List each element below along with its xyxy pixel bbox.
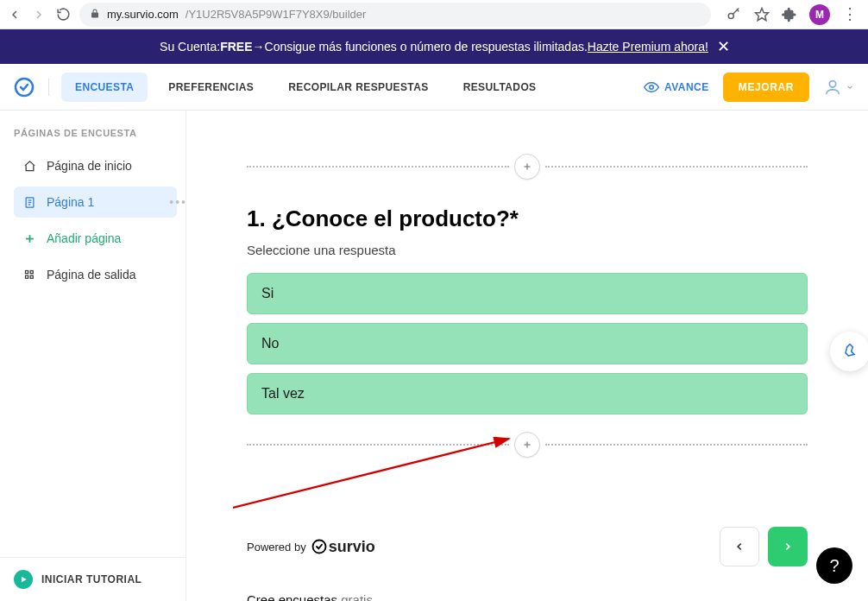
sidebar-item-exit[interactable]: Página de salida	[14, 259, 177, 290]
svg-point-0	[728, 13, 733, 18]
answer-option[interactable]: Si	[247, 273, 808, 314]
svg-rect-14	[30, 275, 33, 278]
browser-chrome: my.survio.com/Y1U2R5V8A5P9W1F7Y8X9/build…	[0, 0, 868, 29]
svg-point-3	[650, 85, 654, 89]
sidebar-item-label: Página de inicio	[47, 159, 132, 173]
create-rest: gratis	[337, 592, 373, 601]
chevron-right-icon	[782, 541, 794, 553]
eye-icon	[644, 79, 659, 95]
dash-line	[545, 166, 808, 168]
prev-page-button[interactable]	[720, 527, 759, 566]
tutorial-label: INICIAR TUTORIAL	[41, 573, 142, 585]
svg-marker-1	[756, 8, 769, 20]
forward-icon	[31, 7, 47, 22]
top-nav: ENCUESTA PREFERENCIAS RECOPILAR RESPUEST…	[0, 64, 868, 111]
play-icon	[14, 570, 33, 589]
topbar-right: AVANCE MEJORAR	[644, 73, 854, 102]
upgrade-banner: Su Cuenta: FREE → Consigue más funciones…	[0, 29, 868, 64]
create-surveys-link[interactable]: Cree encuestas gratis	[247, 592, 808, 601]
banner-link[interactable]: Hazte Premium ahora!	[588, 40, 708, 54]
add-row-bottom	[247, 432, 808, 458]
preview-button[interactable]: AVANCE	[644, 79, 709, 95]
user-icon	[823, 78, 842, 97]
flag-icon	[22, 268, 36, 282]
tab-survey[interactable]: ENCUESTA	[61, 73, 148, 102]
tab-results[interactable]: RESULTADOS	[450, 73, 550, 102]
sidebar-item-page1[interactable]: Página 1 •••	[14, 187, 177, 218]
sidebar-item-home[interactable]: Página de inicio	[14, 150, 177, 181]
page-footer: Powered by survio	[247, 527, 808, 566]
preview-label: AVANCE	[664, 81, 709, 93]
star-icon[interactable]	[754, 7, 770, 22]
back-icon[interactable]	[7, 7, 22, 22]
banner-prefix: Su Cuenta:	[160, 40, 220, 54]
lock-icon	[90, 8, 100, 22]
browser-actions: M ⋮	[726, 4, 858, 25]
svg-rect-13	[25, 275, 28, 278]
tab-group: ENCUESTA PREFERENCIAS RECOPILAR RESPUEST…	[61, 73, 550, 102]
pin-button[interactable]	[830, 332, 868, 371]
kebab-icon[interactable]: ⋮	[842, 11, 858, 17]
question-subtitle[interactable]: Seleccione una respuesta	[247, 243, 808, 257]
home-icon	[22, 159, 36, 173]
sidebar-item-label: Añadir página	[47, 231, 121, 245]
sidebar-heading: PÁGINAS DE ENCUESTA	[0, 128, 186, 150]
sidebar-item-label: Página de salida	[47, 268, 136, 282]
start-tutorial[interactable]: INICIAR TUTORIAL	[0, 557, 186, 601]
chevron-down-icon	[846, 83, 854, 92]
check-circle-icon	[311, 539, 327, 554]
profile-avatar[interactable]: M	[809, 4, 830, 25]
question-block[interactable]: 1. ¿Conoce el producto?* Seleccione una …	[247, 206, 808, 414]
sidebar-item-label: Página 1	[47, 195, 94, 209]
survio-logo[interactable]: survio	[311, 538, 375, 556]
dash-line	[247, 444, 509, 446]
close-icon[interactable]: ✕	[717, 37, 730, 56]
url-path: /Y1U2R5V8A5P9W1F7Y8X9/builder	[186, 8, 367, 21]
user-menu[interactable]	[823, 78, 854, 97]
plus-icon	[522, 161, 532, 172]
dash-line	[545, 444, 808, 446]
svg-rect-11	[25, 270, 28, 273]
key-icon[interactable]	[726, 7, 742, 22]
tab-preferences[interactable]: PREFERENCIAS	[154, 73, 267, 102]
divider	[48, 79, 49, 96]
add-row-top	[247, 154, 808, 180]
upgrade-button[interactable]: MEJORAR	[723, 73, 809, 102]
page-nav	[720, 527, 808, 566]
dash-line	[247, 166, 509, 168]
brand-text: survio	[329, 538, 375, 556]
svg-marker-15	[22, 577, 27, 583]
add-question-button[interactable]	[514, 432, 540, 458]
pin-icon	[841, 343, 859, 360]
address-bar[interactable]: my.survio.com/Y1U2R5V8A5P9W1F7Y8X9/build…	[79, 3, 711, 27]
chevron-left-icon	[733, 541, 745, 553]
plus-icon	[22, 231, 36, 245]
tab-collect[interactable]: RECOPILAR RESPUESTAS	[274, 73, 442, 102]
question-title[interactable]: 1. ¿Conoce el producto?*	[247, 206, 808, 232]
powered-label: Powered by	[247, 541, 306, 554]
sidebar: PÁGINAS DE ENCUESTA Página de inicio Pág…	[0, 111, 186, 601]
powered-by: Powered by survio	[247, 538, 375, 556]
banner-plan: FREE	[220, 40, 252, 54]
extension-icon[interactable]	[782, 7, 797, 22]
add-question-button[interactable]	[514, 154, 540, 180]
url-host: my.survio.com	[107, 8, 179, 21]
create-strong: Cree encuestas	[247, 592, 337, 601]
svg-point-4	[829, 80, 835, 86]
plus-icon	[522, 440, 532, 450]
banner-arrow: →	[253, 40, 265, 54]
banner-text: Consigue más funciones o número de respu…	[265, 40, 588, 54]
help-button[interactable]: ?	[816, 547, 852, 584]
next-page-button[interactable]	[768, 527, 808, 566]
reload-icon[interactable]	[55, 7, 71, 22]
sidebar-item-add-page[interactable]: Añadir página	[14, 223, 177, 254]
answer-option[interactable]: No	[247, 323, 808, 364]
svg-rect-12	[30, 270, 33, 273]
page-icon	[22, 195, 36, 209]
survio-logo-icon[interactable]	[14, 77, 35, 98]
builder-canvas: 1. ¿Conoce el producto?* Seleccione una …	[186, 111, 868, 601]
more-icon[interactable]: •••	[169, 195, 187, 209]
answer-option[interactable]: Tal vez	[247, 373, 808, 414]
